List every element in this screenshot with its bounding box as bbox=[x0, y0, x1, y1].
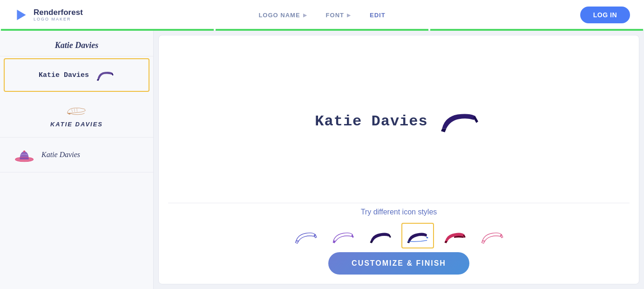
brand-name: Renderforest bbox=[34, 8, 83, 17]
heel-style-6-icon bbox=[479, 226, 505, 246]
icon-styles-row bbox=[290, 223, 508, 248]
preview-heel-icon bbox=[436, 104, 483, 139]
sidebar: Katie Davies Katie Davies bbox=[0, 30, 154, 289]
heel-style-5-icon bbox=[442, 226, 468, 246]
heel-style-3-icon bbox=[367, 226, 393, 246]
nav-edit[interactable]: EDIT bbox=[370, 12, 386, 19]
nav-steps: LOGO NAME ▶ FONT ▶ EDIT bbox=[258, 12, 385, 19]
progress-segment-1 bbox=[1, 29, 214, 31]
icon-styles-section: Try different icon styles bbox=[168, 208, 630, 248]
main-layout: Katie Davies Katie Davies bbox=[0, 30, 644, 289]
sidebar-item-sneaker[interactable]: KATIE DAVIES bbox=[0, 94, 153, 138]
sidebar-sneaker-text: KATIE DAVIES bbox=[50, 121, 103, 128]
icon-style-1[interactable] bbox=[290, 223, 322, 248]
progress-segment-3 bbox=[430, 29, 643, 31]
svg-marker-0 bbox=[17, 10, 26, 20]
progress-bar bbox=[0, 29, 644, 31]
icon-styles-title: Try different icon styles bbox=[361, 208, 437, 216]
preview-brand-name: Katie Davies bbox=[315, 113, 427, 130]
logo-preview: Katie Davies bbox=[168, 45, 630, 198]
brand-sub: LOGO MAKER bbox=[34, 17, 83, 21]
icon-style-6[interactable] bbox=[476, 223, 508, 248]
arrow-icon-2: ▶ bbox=[347, 13, 351, 18]
heel-icon-selected bbox=[94, 66, 115, 84]
icon-style-5[interactable] bbox=[439, 223, 471, 248]
content-area: Katie Davies Try different icon styles bbox=[158, 35, 639, 284]
logo-text-block: Renderforest LOGO MAKER bbox=[34, 8, 83, 22]
hat-icon bbox=[14, 146, 35, 164]
sidebar-label-1: Katie Davies bbox=[55, 41, 98, 50]
header: Renderforest LOGO MAKER LOGO NAME ▶ FONT… bbox=[0, 0, 644, 30]
svg-line-2 bbox=[74, 109, 75, 112]
sidebar-hat-text: Katie Davies bbox=[41, 151, 80, 159]
nav-font[interactable]: FONT ▶ bbox=[326, 12, 351, 19]
svg-line-1 bbox=[71, 109, 72, 112]
divider bbox=[168, 203, 630, 203]
icon-style-3[interactable] bbox=[364, 223, 397, 248]
sneaker-icon bbox=[65, 103, 88, 118]
svg-point-6 bbox=[23, 151, 25, 152]
sidebar-item-hat[interactable]: Katie Davies bbox=[0, 138, 153, 172]
arrow-icon: ▶ bbox=[303, 13, 307, 18]
login-button[interactable]: LOG IN bbox=[580, 7, 630, 23]
renderforest-logo-icon bbox=[14, 7, 29, 22]
sidebar-item-heel-selected[interactable]: Katie Davies bbox=[4, 58, 149, 92]
icon-style-4[interactable] bbox=[401, 223, 434, 248]
heel-style-1-icon bbox=[293, 226, 319, 246]
progress-segment-2 bbox=[216, 29, 428, 31]
heel-style-2-icon bbox=[330, 226, 356, 246]
heel-style-4-icon bbox=[405, 226, 430, 246]
sidebar-heel-text: Katie Davies bbox=[39, 71, 89, 79]
svg-line-3 bbox=[77, 108, 77, 112]
logo-preview-inner: Katie Davies bbox=[315, 104, 482, 139]
icon-style-2[interactable] bbox=[327, 223, 359, 248]
logo-area: Renderforest LOGO MAKER bbox=[14, 7, 83, 22]
customize-finish-button[interactable]: CUSTOMIZE & FINISH bbox=[328, 252, 469, 275]
sidebar-logo-heel: Katie Davies bbox=[39, 66, 115, 84]
nav-logo-name[interactable]: LOGO NAME ▶ bbox=[258, 12, 307, 19]
sidebar-item-text-only[interactable]: Katie Davies bbox=[0, 35, 153, 56]
